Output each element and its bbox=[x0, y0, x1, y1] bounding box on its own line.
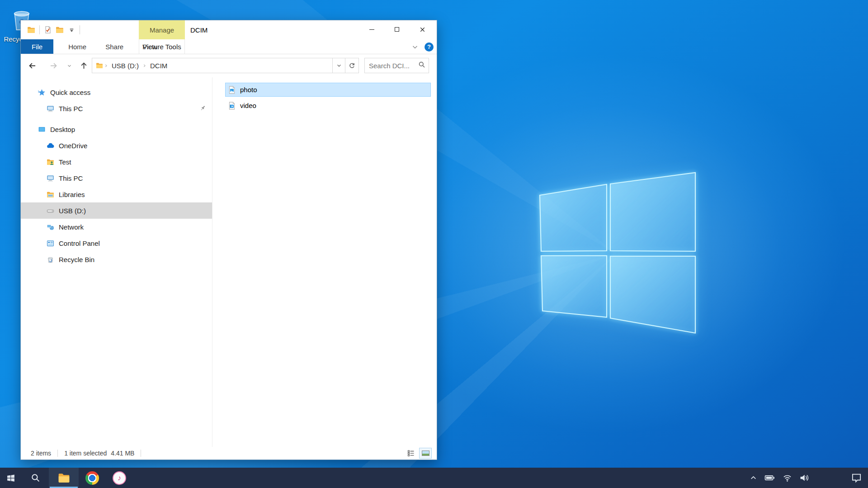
qat-select-all-button[interactable] bbox=[42, 23, 54, 37]
folder-icon bbox=[27, 26, 35, 34]
action-center-icon bbox=[851, 473, 862, 483]
sidebar-item-test[interactable]: Test bbox=[21, 154, 212, 170]
sidebar-item-quick-access[interactable]: Quick access bbox=[21, 84, 212, 100]
image-file-icon bbox=[228, 86, 236, 94]
qat-separator bbox=[39, 25, 40, 34]
taskbar-search-button[interactable] bbox=[22, 468, 49, 488]
system-tray bbox=[750, 468, 868, 488]
chevron-up-icon bbox=[750, 474, 757, 482]
chevron-down-icon bbox=[67, 63, 72, 68]
file-item-video[interactable]: video bbox=[225, 99, 431, 113]
taskbar-chrome-button[interactable] bbox=[79, 468, 106, 488]
details-view-icon bbox=[407, 450, 415, 457]
status-separator bbox=[141, 450, 141, 457]
details-view-button[interactable] bbox=[405, 448, 417, 458]
breadcrumb-segment-dcim[interactable]: DCIM bbox=[147, 62, 170, 70]
sidebar-item-label: Network bbox=[59, 223, 84, 231]
pin-icon bbox=[199, 105, 206, 113]
quick-access-star-icon bbox=[38, 89, 46, 96]
close-button[interactable] bbox=[410, 20, 435, 38]
tab-picture-tools[interactable]: Picture Tools bbox=[139, 39, 185, 54]
sidebar-item-onedrive[interactable]: OneDrive bbox=[21, 137, 212, 154]
control-panel-icon bbox=[47, 239, 54, 247]
sidebar-item-this-pc-pinned[interactable]: This PC bbox=[21, 100, 212, 117]
user-folder-icon bbox=[47, 158, 54, 166]
up-arrow-icon bbox=[80, 61, 88, 70]
sidebar-item-libraries[interactable]: Libraries bbox=[21, 186, 212, 202]
file-item-photo[interactable]: photo bbox=[225, 83, 431, 97]
items-count: 2 items bbox=[31, 450, 51, 457]
sidebar-item-recycle-bin[interactable]: Recycle Bin bbox=[21, 251, 212, 267]
back-button[interactable] bbox=[24, 54, 40, 77]
forward-button[interactable] bbox=[46, 54, 61, 77]
itunes-icon: ♪ bbox=[113, 471, 126, 485]
up-button[interactable] bbox=[76, 54, 91, 77]
sidebar-item-label: Quick access bbox=[50, 89, 90, 96]
minimize-button[interactable] bbox=[359, 20, 384, 38]
customize-chevron-icon bbox=[68, 27, 75, 33]
minimize-icon bbox=[369, 29, 374, 30]
address-bar-row: USB (D:) DCIM bbox=[21, 54, 437, 77]
onedrive-cloud-icon bbox=[47, 142, 54, 150]
breadcrumb-chevron-icon bbox=[142, 64, 146, 68]
this-pc-monitor-icon bbox=[47, 105, 54, 113]
search-icon bbox=[31, 473, 40, 483]
sidebar-item-label: Test bbox=[59, 158, 71, 166]
back-arrow-icon bbox=[28, 61, 37, 70]
expand-ribbon-chevron-icon[interactable] bbox=[411, 43, 419, 51]
search-icon[interactable] bbox=[418, 61, 425, 70]
address-folder-icon bbox=[96, 62, 103, 69]
taskbar-file-explorer-button[interactable] bbox=[49, 468, 79, 488]
file-explorer-window: Manage DCIM File Home Share View Picture… bbox=[20, 20, 437, 460]
refresh-button[interactable] bbox=[345, 58, 359, 73]
volume-icon bbox=[799, 473, 809, 483]
large-icons-view-button[interactable] bbox=[420, 448, 431, 458]
taskbar-itunes-button[interactable]: ♪ bbox=[106, 468, 133, 488]
sidebar-item-control-panel[interactable]: Control Panel bbox=[21, 235, 212, 251]
wifi-tray-button[interactable] bbox=[783, 473, 792, 483]
battery-tray-button[interactable] bbox=[764, 473, 775, 483]
search-input[interactable] bbox=[365, 62, 412, 70]
folder-icon bbox=[56, 26, 64, 34]
help-button[interactable]: ? bbox=[425, 42, 434, 52]
sidebar-item-network[interactable]: Network bbox=[21, 219, 212, 235]
start-button[interactable] bbox=[0, 468, 22, 488]
view-toggles bbox=[405, 448, 431, 458]
breadcrumb-segment-usb[interactable]: USB (D:) bbox=[109, 62, 142, 70]
action-center-button[interactable] bbox=[851, 473, 862, 483]
maximize-icon bbox=[395, 27, 399, 32]
manage-contextual-tab[interactable]: Manage bbox=[139, 20, 185, 39]
qat-folder-properties-button[interactable] bbox=[25, 23, 37, 37]
maximize-button[interactable] bbox=[384, 20, 410, 38]
chrome-icon bbox=[85, 471, 99, 485]
status-bar: 2 items 1 item selected 4.41 MB bbox=[21, 447, 437, 460]
qat-separator bbox=[80, 25, 80, 34]
window-controls bbox=[359, 20, 435, 38]
this-pc-monitor-icon bbox=[47, 174, 54, 182]
libraries-folder-icon bbox=[47, 191, 54, 198]
ribbon-right-controls: ? bbox=[411, 39, 434, 54]
tab-file[interactable]: File bbox=[21, 39, 53, 54]
volume-tray-button[interactable] bbox=[799, 473, 809, 483]
sidebar-item-desktop[interactable]: Desktop bbox=[21, 121, 212, 137]
chevron-down-icon bbox=[336, 63, 342, 68]
file-name: video bbox=[240, 102, 256, 109]
hidden-icons-chevron-button[interactable] bbox=[750, 474, 757, 482]
wifi-icon bbox=[783, 473, 792, 483]
close-icon bbox=[419, 26, 426, 33]
recent-locations-button[interactable] bbox=[64, 54, 74, 77]
address-dropdown-button[interactable] bbox=[333, 58, 345, 73]
sidebar-item-label: Desktop bbox=[50, 126, 75, 133]
sidebar-item-this-pc[interactable]: This PC bbox=[21, 170, 212, 186]
status-separator bbox=[57, 450, 58, 457]
tab-home[interactable]: Home bbox=[59, 39, 96, 54]
qat-new-folder-button[interactable] bbox=[54, 23, 66, 37]
qat-customize-button[interactable] bbox=[66, 23, 77, 37]
large-icons-view-icon bbox=[422, 450, 429, 456]
window-title: DCIM bbox=[190, 20, 208, 39]
address-field[interactable]: USB (D:) DCIM bbox=[92, 58, 333, 73]
selection-count: 1 item selected bbox=[64, 450, 107, 457]
tab-share[interactable]: Share bbox=[96, 39, 133, 54]
battery-icon bbox=[764, 473, 775, 483]
sidebar-item-usb-d[interactable]: USB (D:) bbox=[21, 202, 212, 219]
